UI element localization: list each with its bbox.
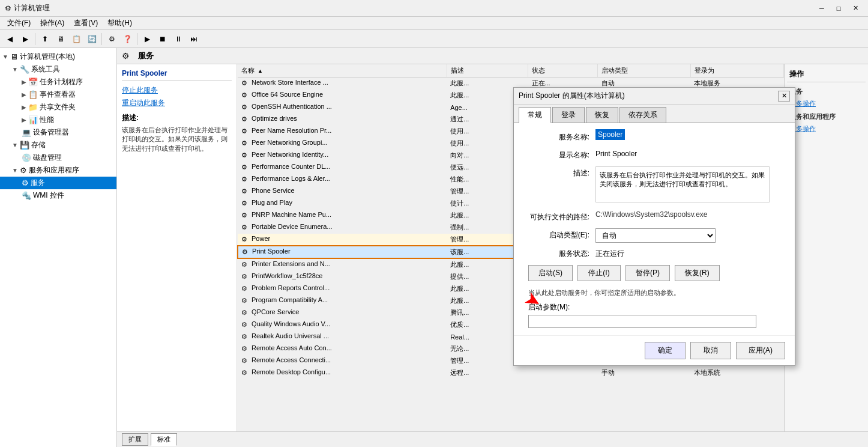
dialog-ok-button[interactable]: 确定 bbox=[645, 342, 686, 359]
maximize-button[interactable]: □ bbox=[831, 2, 846, 14]
service-gear-icon: ⚙ bbox=[241, 151, 250, 160]
service-gear-icon: ⚙ bbox=[241, 357, 250, 365]
service-gear-icon: ⚙ bbox=[241, 91, 250, 100]
menu-action[interactable]: 操作(A) bbox=[35, 17, 69, 29]
toolbar-refresh[interactable]: 🔄 bbox=[85, 32, 99, 46]
dialog-tabs: 常规 登录 恢复 依存关系 bbox=[514, 105, 795, 123]
description-row: 描述: 该服务在后台执行打印作业并处理与打印机的交互。如果关闭该服务，则无法进行… bbox=[523, 166, 785, 204]
service-gear-icon: ⚙ bbox=[241, 115, 250, 124]
sidebar-item-storage[interactable]: ▼ 💾 存储 bbox=[0, 139, 116, 151]
dialog-buttons: 确定 取消 应用(A) bbox=[514, 335, 795, 365]
minimize-button[interactable]: ─ bbox=[814, 2, 830, 14]
sidebar-item-event-viewer[interactable]: ▶ 📋 事件查看器 bbox=[0, 88, 116, 101]
col-header-status[interactable]: 状态 bbox=[528, 64, 598, 78]
dialog-close-button[interactable]: ✕ bbox=[778, 91, 790, 102]
toolbar-pause[interactable]: ⏸ bbox=[171, 32, 185, 46]
toolbar-separator-2 bbox=[101, 33, 102, 45]
sidebar-item-services-apps[interactable]: ▼ ⚙ 服务和应用程序 bbox=[0, 164, 116, 177]
ops-services-apps-more[interactable]: 更多操作 bbox=[787, 123, 866, 135]
app-title: 计算机管理 bbox=[14, 3, 814, 13]
service-status-row: 服务状态: 正在运行 bbox=[523, 249, 785, 259]
expand-arrow: ▶ bbox=[22, 91, 26, 98]
dialog-apply-button[interactable]: 应用(A) bbox=[736, 342, 785, 359]
service-gear-icon: ⚙ bbox=[241, 103, 250, 112]
disk-icon: 💿 bbox=[22, 153, 31, 162]
toolbar-separator-3 bbox=[137, 33, 137, 45]
col-header-startup[interactable]: 启动类型 bbox=[598, 64, 691, 78]
services-icon: ⚙ bbox=[22, 178, 29, 187]
expand-arrow: ▼ bbox=[12, 167, 18, 174]
wmi-icon: 🔩 bbox=[22, 191, 31, 200]
service-gear-icon: ⚙ bbox=[241, 297, 250, 305]
toolbar-back[interactable]: ◀ bbox=[2, 32, 17, 46]
menu-file[interactable]: 文件(F) bbox=[2, 17, 35, 29]
col-header-desc[interactable]: 描述 bbox=[447, 64, 528, 78]
description-textarea[interactable]: 该服务在后台执行打印作业并处理与打印机的交互。如果关闭该服务，则无法进行打印或查… bbox=[595, 166, 770, 202]
close-button[interactable]: ✕ bbox=[848, 2, 863, 14]
sidebar-item-shared-folders[interactable]: ▶ 📁 共享文件夹 bbox=[0, 101, 116, 114]
expand-arrow: ▼ bbox=[12, 142, 18, 148]
sidebar-item-computer-management[interactable]: ▼ 🖥 计算机管理(本地) bbox=[0, 50, 116, 63]
toolbar-restart[interactable]: ⏭ bbox=[187, 32, 201, 46]
menu-help[interactable]: 帮助(H) bbox=[103, 17, 137, 29]
dialog-tab-general[interactable]: 常规 bbox=[519, 107, 551, 123]
stop-service-button[interactable]: 停止(I) bbox=[577, 265, 621, 281]
table-header-row: 名称 ▲ 描述 状态 启动类型 bbox=[238, 64, 783, 78]
toolbar-show-hide[interactable]: 🖥 bbox=[53, 32, 68, 46]
restart-service-link[interactable]: 重启动此服务 bbox=[122, 98, 232, 108]
toolbar-export[interactable]: 📋 bbox=[69, 32, 83, 46]
services-header-title: 服务 bbox=[138, 50, 154, 61]
service-name-label: 服务名称: bbox=[523, 130, 589, 142]
sidebar-item-task-scheduler[interactable]: ▶ 📅 任务计划程序 bbox=[0, 76, 116, 88]
description-label: 描述: bbox=[523, 166, 589, 178]
sidebar-item-disk-management[interactable]: 💿 磁盘管理 bbox=[0, 151, 116, 164]
dialog-tab-login[interactable]: 登录 bbox=[552, 107, 585, 123]
startup-params-input[interactable] bbox=[528, 315, 756, 328]
toolbar-stop[interactable]: ⏹ bbox=[155, 32, 170, 46]
toolbar-forward[interactable]: ▶ bbox=[18, 32, 32, 46]
sidebar-item-services[interactable]: ⚙ 服务 bbox=[0, 177, 116, 189]
property-dialog: Print Spooler 的属性(本地计算机) ✕ 常规 登录 恢复 依存关系… bbox=[513, 87, 795, 366]
service-name-highlight: Spooler bbox=[595, 129, 625, 140]
service-gear-icon: ⚙ bbox=[241, 236, 250, 244]
resume-service-button[interactable]: 恢复(R) bbox=[675, 265, 720, 281]
sidebar-item-device-manager[interactable]: 💻 设备管理器 bbox=[0, 126, 116, 139]
startup-type-select[interactable]: 自动 自动(延迟启动) 手动 禁用 bbox=[595, 228, 716, 243]
col-header-name[interactable]: 名称 ▲ bbox=[238, 64, 447, 78]
toolbar-up[interactable]: ⬆ bbox=[38, 32, 52, 46]
sidebar-item-wmi[interactable]: 🔩 WMI 控件 bbox=[0, 189, 116, 202]
pause-service-button[interactable]: 暂停(P) bbox=[625, 265, 670, 281]
service-gear-icon: ⚙ bbox=[241, 139, 250, 148]
display-name-label: 显示名称: bbox=[523, 148, 589, 160]
sidebar-item-performance[interactable]: ▶ 📊 性能 bbox=[0, 114, 116, 126]
expand-arrow: ▶ bbox=[22, 79, 26, 85]
service-gear-icon: ⚙ bbox=[242, 248, 250, 257]
col-header-login[interactable]: 登录为 bbox=[690, 64, 783, 78]
service-gear-icon: ⚙ bbox=[241, 285, 250, 293]
display-name-row: 显示名称: Print Spooler bbox=[523, 148, 785, 160]
dialog-tab-recovery[interactable]: 恢复 bbox=[586, 107, 618, 123]
task-icon: 📅 bbox=[28, 78, 38, 87]
service-name-row: 服务名称: Spooler bbox=[523, 130, 785, 142]
ops-services-more[interactable]: 更多操作 bbox=[787, 97, 866, 110]
dialog-cancel-button[interactable]: 取消 bbox=[690, 342, 731, 359]
toolbar-properties[interactable]: ⚙ bbox=[104, 32, 119, 46]
path-value: C:\Windows\System32\spoolsv.exe bbox=[595, 210, 785, 219]
sidebar-item-system-tools[interactable]: ▼ 🔧 系统工具 bbox=[0, 63, 116, 76]
tab-expand[interactable]: 扩展 bbox=[122, 433, 148, 446]
service-name-value: Spooler bbox=[595, 130, 785, 139]
startup-type-value: 自动 自动(延迟启动) 手动 禁用 bbox=[595, 228, 785, 243]
stop-service-link[interactable]: 停止此服务 bbox=[122, 85, 232, 96]
startup-note: 当从此处启动服务时，你可指定所适用的启动参数。 bbox=[523, 288, 785, 297]
toolbar-play[interactable]: ▶ bbox=[140, 32, 154, 46]
description-value: 该服务在后台执行打印作业并处理与打印机的交互。如果关闭该服务，则无法进行打印或查… bbox=[595, 166, 785, 204]
toolbar-help[interactable]: ❓ bbox=[120, 32, 134, 46]
start-service-button[interactable]: 启动(S) bbox=[528, 265, 573, 281]
tab-standard[interactable]: 标准 bbox=[151, 433, 177, 446]
dialog-title-text: Print Spooler 的属性(本地计算机) bbox=[519, 91, 778, 101]
menu-view[interactable]: 查看(V) bbox=[69, 17, 103, 29]
bottom-tabs: 扩展 标准 bbox=[117, 431, 868, 447]
table-row[interactable]: ⚙Remote Desktop Configu...远程...手动本地系统 bbox=[238, 367, 783, 379]
dialog-tab-dependencies[interactable]: 依存关系 bbox=[619, 107, 666, 123]
expand-arrow: ▶ bbox=[22, 117, 26, 123]
